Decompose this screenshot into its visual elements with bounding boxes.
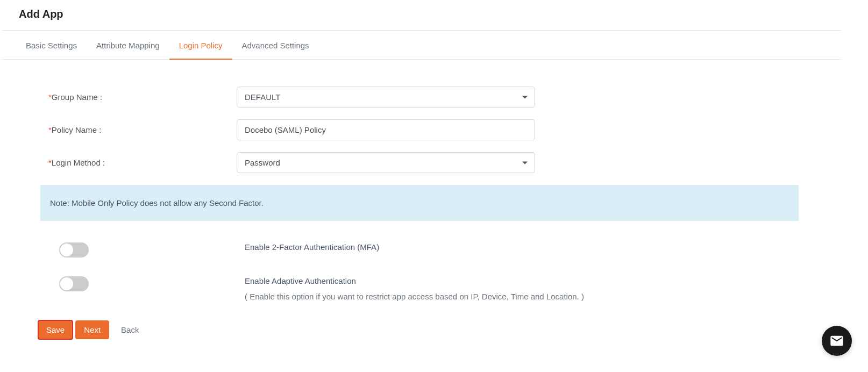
back-button[interactable]: Back [111,320,147,339]
tab-login-policy[interactable]: Login Policy [169,31,232,60]
login-method-row: *Login Method : Password [48,152,820,173]
form-container: *Group Name : DEFAULT *Policy Name : *Lo… [0,60,868,350]
adaptive-label-group: Enable Adaptive Authentication ( Enable … [245,276,584,301]
save-button[interactable]: Save [38,320,73,340]
mfa-label-group: Enable 2-Factor Authentication (MFA) [245,242,379,252]
group-name-select-wrapper: DEFAULT [237,87,535,108]
page-title: Add App [19,8,825,20]
policy-name-row: *Policy Name : [48,119,820,140]
login-method-label: *Login Method : [48,158,237,167]
mfa-toggle-row: Enable 2-Factor Authentication (MFA) [48,242,820,257]
tab-basic-settings[interactable]: Basic Settings [16,31,87,60]
adaptive-toggle[interactable] [59,276,89,291]
next-button[interactable]: Next [75,320,109,339]
note-box: Note: Mobile Only Policy does not allow … [40,185,799,221]
login-method-select-wrapper: Password [237,152,535,173]
button-row: Save Next Back [38,320,820,340]
mfa-label: Enable 2-Factor Authentication (MFA) [245,242,379,252]
adaptive-label: Enable Adaptive Authentication [245,276,584,285]
group-name-row: *Group Name : DEFAULT [48,87,820,108]
tabs-container: Basic Settings Attribute Mapping Login P… [3,31,841,60]
group-name-label: *Group Name : [48,92,237,102]
policy-name-input[interactable] [237,119,535,140]
policy-name-label: *Policy Name : [48,125,237,134]
adaptive-sublabel: ( Enable this option if you want to rest… [245,292,584,301]
page-header: Add App [3,0,841,31]
tab-advanced-settings[interactable]: Advanced Settings [232,31,319,60]
login-method-select[interactable]: Password [237,152,535,173]
group-name-select[interactable]: DEFAULT [237,87,535,108]
tab-attribute-mapping[interactable]: Attribute Mapping [87,31,169,60]
adaptive-toggle-row: Enable Adaptive Authentication ( Enable … [48,276,820,301]
mfa-toggle[interactable] [59,242,89,257]
mail-icon [829,333,844,348]
